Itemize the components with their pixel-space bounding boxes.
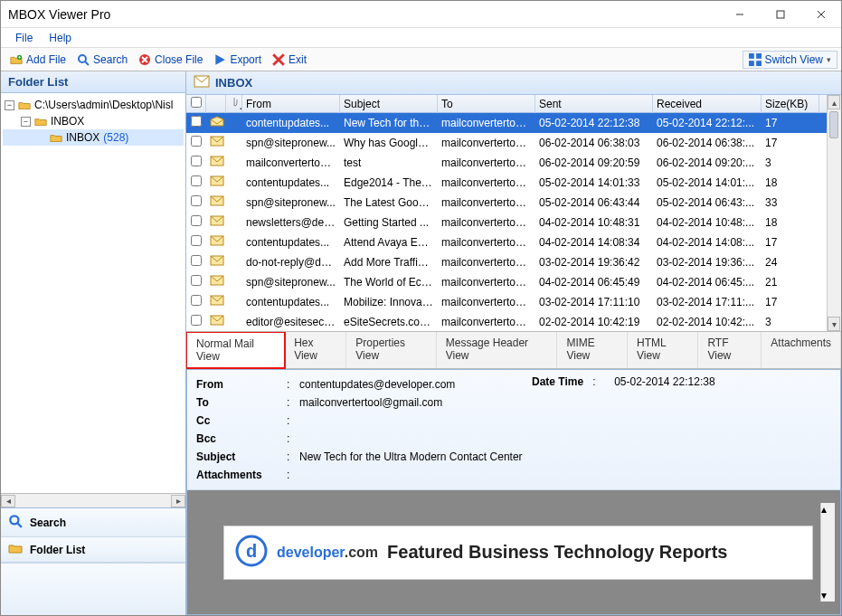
row-checkbox[interactable] [186, 213, 206, 232]
mail-row[interactable]: contentupdates...Mobilize: Innovat...mai… [186, 292, 827, 312]
row-attachment [226, 194, 242, 212]
col-from[interactable]: From [242, 95, 340, 113]
export-button[interactable]: Export [208, 52, 267, 68]
mail-row[interactable]: spn@sitepronew...The World of Eco...mail… [186, 272, 827, 292]
menu-help[interactable]: Help [42, 30, 79, 46]
collapse-icon[interactable]: − [21, 117, 31, 127]
switch-view-label: Switch View [765, 53, 823, 66]
pv-from-value: contentupdates@developer.com [299, 378, 455, 391]
row-size: 3 [762, 154, 819, 172]
col-subject[interactable]: Subject [340, 95, 438, 113]
close-file-button[interactable]: Close File [133, 52, 208, 68]
row-subject: New Tech for the ... [340, 114, 438, 132]
folder-tree[interactable]: − C:\Users\admin\Desktop\Nisl − INBOX IN… [1, 93, 185, 493]
row-checkbox[interactable] [186, 194, 206, 212]
scroll-right-icon[interactable]: ▸ [171, 495, 185, 507]
scroll-down-icon[interactable]: ▾ [821, 589, 827, 602]
search-panel-button[interactable]: Search [1, 508, 185, 537]
maximize-button[interactable] [760, 2, 800, 27]
folder-list-panel-button[interactable]: Folder List [1, 537, 185, 563]
tree-sub-inbox-label: INBOX [66, 131, 99, 144]
mail-row[interactable]: contentupdates...New Tech for the ...mai… [186, 113, 827, 133]
mail-row[interactable]: spn@sitepronew...The Latest Googl...mail… [186, 193, 827, 213]
row-checkbox[interactable] [186, 174, 206, 192]
row-subject: Attend Avaya Evo... [340, 233, 438, 251]
row-subject: Mobilize: Innovat... [340, 293, 438, 311]
row-checkbox[interactable] [186, 253, 206, 271]
row-received: 05-02-2014 22:12:... [653, 114, 762, 132]
mail-row[interactable]: do-not-reply@de...Add More Traffic ...ma… [186, 252, 827, 272]
col-received[interactable]: Received [653, 95, 762, 113]
pv-to-label: To [196, 396, 287, 409]
folder-icon [8, 543, 23, 556]
scroll-up-icon[interactable]: ▴ [821, 503, 827, 516]
row-from: newsletters@dev... [242, 213, 340, 232]
row-from: contentupdates... [242, 114, 340, 132]
scrollbar-thumb[interactable] [829, 111, 838, 138]
row-received: 03-02-2014 19:36:... [653, 253, 762, 271]
collapse-icon[interactable]: − [5, 100, 14, 110]
minimize-button[interactable] [719, 2, 760, 27]
row-attachment [226, 134, 242, 152]
exit-button[interactable]: Exit [267, 52, 312, 68]
mail-grid[interactable]: From Subject To Sent Received Size(KB) c… [186, 95, 827, 331]
row-received: 06-02-2014 09:20:... [653, 154, 762, 172]
row-checkbox[interactable] [186, 313, 206, 331]
row-size: 33 [762, 194, 819, 212]
x-icon [272, 53, 285, 66]
row-checkbox[interactable] [186, 273, 206, 291]
search-panel-label: Search [30, 516, 66, 529]
row-checkbox[interactable] [186, 233, 206, 251]
row-subject: test [340, 154, 438, 172]
folder-list-header: Folder List [1, 71, 185, 93]
mail-row[interactable]: newsletters@dev...Getting Started ...mai… [186, 213, 827, 232]
row-size: 17 [762, 233, 819, 251]
col-size[interactable]: Size(KB) [762, 95, 819, 113]
row-checkbox[interactable] [186, 154, 206, 172]
scroll-down-icon[interactable]: ▾ [828, 317, 840, 331]
row-to: mailconvertertool... [438, 114, 535, 132]
preview-vertical-scrollbar[interactable]: ▴ ▾ [820, 503, 835, 602]
horizontal-scrollbar[interactable]: ◂ ▸ [1, 493, 185, 507]
row-sent: 04-02-2014 06:45:49 [535, 273, 653, 291]
tree-root[interactable]: − C:\Users\admin\Desktop\Nisl [3, 97, 184, 113]
mail-row[interactable]: editor@esitesecr...eSiteSecrets.com ...m… [186, 312, 827, 331]
row-checkbox[interactable] [186, 134, 206, 152]
grid-vertical-scrollbar[interactable]: ▴ ▾ [827, 95, 841, 331]
row-received: 03-02-2014 17:11:... [653, 293, 762, 311]
envelope-icon [206, 134, 226, 152]
tab-attachments[interactable]: Attachments [762, 332, 841, 368]
mail-body[interactable]: d developer.com Featured Business Techno… [187, 490, 840, 614]
row-checkbox[interactable] [186, 114, 206, 132]
switch-view-button[interactable]: Switch View ▾ [743, 51, 837, 69]
scroll-up-icon[interactable]: ▴ [828, 95, 840, 109]
envelope-icon [206, 154, 226, 172]
tab-mime[interactable]: MIME View [557, 332, 628, 368]
tab-properties[interactable]: Properties View [346, 332, 436, 368]
mail-row[interactable]: contentupdates...Attend Avaya Evo...mail… [186, 232, 827, 252]
col-check[interactable] [186, 95, 206, 113]
tab-html[interactable]: HTML View [628, 332, 698, 368]
add-file-button[interactable]: Add File [5, 52, 71, 68]
envelope-icon [206, 194, 226, 212]
row-to: mailconvertertool... [438, 233, 535, 251]
tab-message-header[interactable]: Message Header View [437, 332, 558, 368]
scroll-left-icon[interactable]: ◂ [1, 495, 15, 507]
row-checkbox[interactable] [186, 293, 206, 311]
menu-file[interactable]: File [8, 30, 40, 46]
mail-row[interactable]: mailconvertertool...testmailconvertertoo… [186, 153, 827, 173]
close-button[interactable] [800, 2, 841, 27]
search-button[interactable]: Search [71, 52, 133, 68]
mail-row[interactable]: contentupdates...Edge2014 - The P...mail… [186, 173, 827, 193]
tab-normal-mail[interactable]: Normal Mail View [186, 331, 286, 369]
tree-sub-inbox[interactable]: INBOX (528) [3, 129, 184, 146]
tree-root-label: C:\Users\admin\Desktop\Nisl [34, 99, 173, 111]
tab-hex[interactable]: Hex View [285, 332, 346, 368]
col-to[interactable]: To [438, 95, 535, 113]
tree-inbox[interactable]: − INBOX [3, 113, 184, 129]
tab-rtf[interactable]: RTF View [698, 332, 762, 368]
row-attachment [226, 273, 242, 291]
folder-plus-icon [10, 53, 23, 66]
mail-row[interactable]: spn@sitepronew...Why has Google ...mailc… [186, 133, 827, 153]
col-sent[interactable]: Sent [535, 95, 653, 113]
